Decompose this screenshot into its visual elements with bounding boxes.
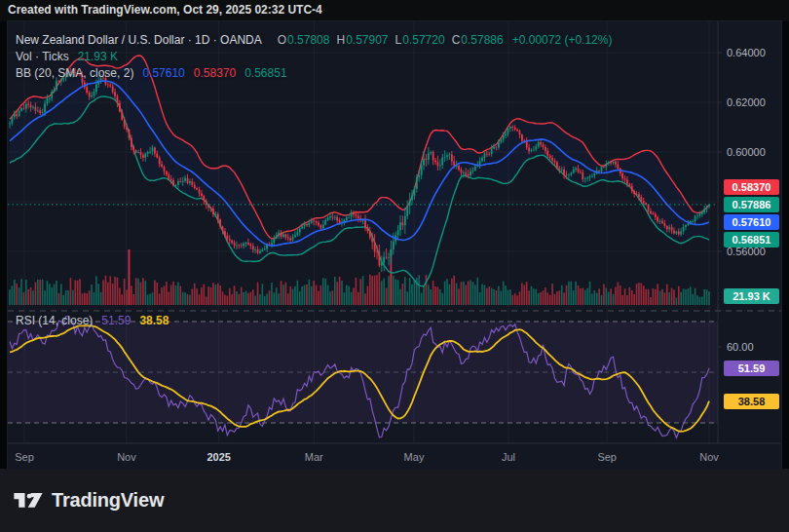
time-axis-label-Nov: Nov bbox=[699, 451, 719, 463]
volume-legend: Vol · Ticks 21.93 K bbox=[16, 50, 118, 63]
ohlc-label-O: O bbox=[278, 33, 286, 47]
ohlc-value-L: 0.57720 bbox=[402, 33, 444, 47]
rsi-legend: RSI (14, close) 51.59 38.58 bbox=[16, 314, 169, 327]
price-axis-label-0.62000: 0.62000 bbox=[727, 96, 766, 108]
ohlc-value-C: 0.57886 bbox=[461, 33, 503, 47]
tradingview-logo[interactable]: TradingView bbox=[13, 488, 164, 512]
symbol-legend: New Zealand Dollar / U.S. Dollar · 1D · … bbox=[16, 33, 612, 47]
chart-canvas[interactable]: 0.640000.620000.600000.5600060.00SepNov2… bbox=[8, 21, 781, 469]
ohlc-value-O: 0.57808 bbox=[287, 33, 329, 47]
ohlc-label-H: H bbox=[336, 33, 345, 47]
time-axis-label-Nov: Nov bbox=[117, 451, 136, 463]
screenshot-root: Created with TradingView.com, Oct 29, 20… bbox=[0, 0, 789, 532]
rsi-axis-label-60.00: 60.00 bbox=[727, 341, 754, 353]
price-badge-last-price: 0.57886 bbox=[724, 197, 779, 212]
volume-badge: 21.93 K bbox=[724, 288, 779, 304]
change-value: +0.00072 (+0.12%) bbox=[512, 33, 613, 47]
volume-series[interactable] bbox=[10, 249, 709, 305]
tradingview-icon bbox=[13, 488, 44, 512]
time-axis-label-2025: 2025 bbox=[207, 451, 230, 463]
chart-window[interactable]: 0.640000.620000.600000.5600060.00SepNov2… bbox=[8, 21, 781, 469]
ohlc-label-L: L bbox=[395, 33, 402, 47]
ohlc-value-H: 0.57907 bbox=[346, 33, 388, 47]
price-badge-bb-upper: 0.58370 bbox=[724, 179, 779, 195]
rsi-value-badge: 51.59 bbox=[724, 361, 779, 376]
attribution-bar: Created with TradingView.com, Oct 29, 20… bbox=[0, 0, 789, 21]
bb-legend: BB (20, SMA, close, 2) 0.57610 0.58370 0… bbox=[16, 66, 287, 80]
bb-legend-label: BB (20, SMA, close, 2) bbox=[16, 66, 133, 80]
bb-lower-value: 0.56851 bbox=[244, 66, 286, 80]
rsi-ma-value: 38.58 bbox=[139, 314, 169, 327]
rsi-legend-label: RSI (14, close) bbox=[16, 314, 93, 327]
ohlc-label-C: C bbox=[452, 33, 461, 47]
price-badge-bb-lower: 0.56851 bbox=[724, 232, 779, 247]
rsi-value: 51.59 bbox=[101, 314, 131, 327]
attribution-text: Created with TradingView.com, Oct 29, 20… bbox=[8, 3, 322, 17]
price-badge-bb-basis: 0.57610 bbox=[724, 214, 779, 230]
time-axis-label-Sep: Sep bbox=[15, 451, 34, 463]
time-axis-label-Mar: Mar bbox=[305, 451, 323, 463]
time-axis-label-Jul: Jul bbox=[502, 451, 515, 463]
price-axis-label-0.64000: 0.64000 bbox=[727, 47, 766, 58]
ohlc-values: O0.57808H0.57907L0.57720C0.57886 bbox=[271, 33, 504, 47]
volume-legend-value: 21.93 K bbox=[78, 50, 118, 63]
symbol-title: New Zealand Dollar / U.S. Dollar · 1D · … bbox=[16, 33, 262, 47]
volume-bars-down bbox=[17, 272, 679, 305]
time-axis-label-May: May bbox=[404, 451, 425, 463]
footer: TradingView bbox=[0, 469, 789, 532]
price-axis-label-0.60000: 0.60000 bbox=[727, 146, 766, 158]
bb-lower-line bbox=[10, 96, 709, 286]
rsi-ma-value-badge: 38.58 bbox=[724, 394, 779, 409]
volume-legend-label: Vol · Ticks bbox=[16, 50, 69, 63]
time-axis-label-Sep: Sep bbox=[597, 451, 617, 463]
logo-text: TradingView bbox=[52, 489, 164, 512]
bb-upper-value: 0.58370 bbox=[194, 66, 236, 80]
bb-basis-value: 0.57610 bbox=[142, 66, 184, 80]
